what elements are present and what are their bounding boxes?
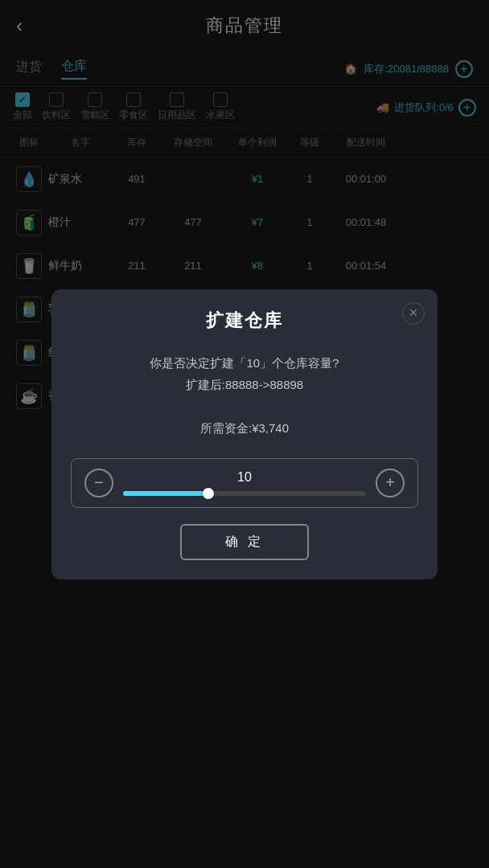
modal-expand-info: 扩建后:88888->88898 bbox=[71, 374, 418, 395]
slider-thumb[interactable] bbox=[203, 488, 214, 499]
modal-confirm-text: 你是否决定扩建「10」个仓库容量? bbox=[71, 352, 418, 374]
quantity-control: − 10 + bbox=[71, 458, 418, 508]
modal-title: 扩建仓库 bbox=[71, 309, 418, 333]
modal-close-button[interactable]: × bbox=[402, 302, 425, 325]
increment-button[interactable]: + bbox=[376, 469, 405, 497]
slider-value: 10 bbox=[237, 470, 252, 485]
decrement-button[interactable]: − bbox=[84, 469, 113, 497]
slider-wrapper: 10 bbox=[123, 470, 366, 496]
expand-warehouse-modal: 扩建仓库 × 你是否决定扩建「10」个仓库容量? 扩建后:88888->8889… bbox=[51, 289, 438, 579]
modal-description: 你是否决定扩建「10」个仓库容量? 扩建后:88888->88898 所需资金:… bbox=[71, 352, 418, 439]
modal-overlay: 扩建仓库 × 你是否决定扩建「10」个仓库容量? 扩建后:88888->8889… bbox=[0, 0, 489, 868]
modal-cost: 所需资金:¥3,740 bbox=[71, 417, 418, 439]
slider-fill bbox=[123, 491, 208, 496]
confirm-button[interactable]: 确 定 bbox=[180, 524, 309, 560]
slider-track[interactable] bbox=[123, 491, 366, 496]
